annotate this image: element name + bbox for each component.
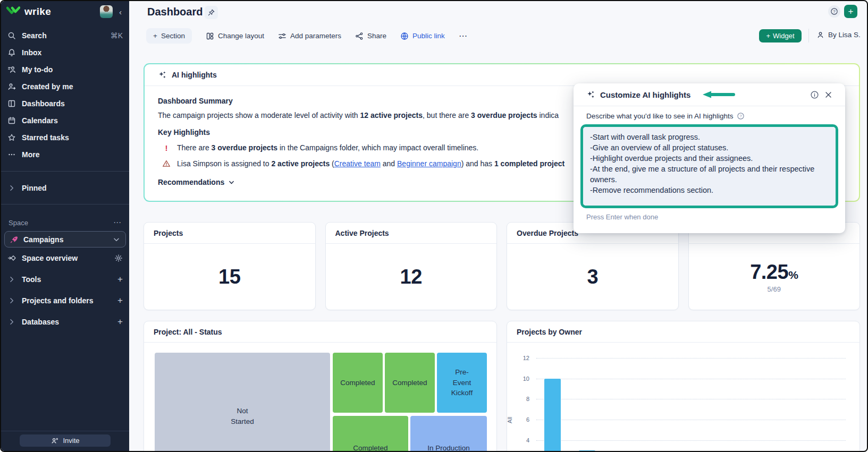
public-link-button[interactable]: Public link: [400, 32, 445, 40]
sidebar-item-starred-tasks[interactable]: Starred tasks: [1, 129, 129, 146]
recommendations-label: Recommendations: [158, 178, 224, 186]
invite-button[interactable]: Invite: [20, 434, 111, 447]
sidebar-item-campaigns[interactable]: Campaigns: [4, 231, 126, 248]
kpi-card-percentage[interactable]: 7.25% 5/69: [688, 222, 861, 310]
annotation-highlight-box: -Start with overall task progress. -Give…: [580, 124, 838, 208]
treemap-box-not-started[interactable]: Not Started: [155, 353, 330, 452]
y-axis-label: All: [507, 417, 513, 423]
add-icon[interactable]: +: [117, 274, 123, 285]
wrike-logo-icon: [6, 6, 20, 17]
treemap-chart: Not Started Completed Completed Pre-Even…: [155, 353, 486, 452]
kpi-title: Projects: [144, 223, 315, 244]
sidebar-item-more[interactable]: More: [1, 146, 129, 163]
kpi-row: Projects 15 Active Projects 12 Overdue P…: [144, 222, 860, 310]
kpi-card-overdue-projects[interactable]: Overdue Projects 3: [507, 222, 679, 310]
chevron-right-icon: [7, 275, 16, 284]
widget-label: Widget: [773, 32, 794, 40]
global-add-button[interactable]: +: [844, 5, 857, 18]
chevron-down-icon: [112, 235, 121, 244]
share-label: Share: [367, 32, 386, 40]
popup-hint: Press Enter when done: [586, 213, 832, 221]
y-tick: 6: [515, 416, 529, 423]
y-tick: 8: [515, 396, 529, 402]
sidebar-divider: [1, 204, 129, 204]
toolbar-more-button[interactable]: ⋯: [459, 31, 468, 41]
treemap-box-in-production[interactable]: In Production: [410, 416, 487, 452]
annotation-arrow-icon: [702, 90, 736, 99]
info-icon[interactable]: [810, 90, 819, 99]
sidebar-nav: Search ⌘K Inbox My to-do Created by me D…: [1, 27, 129, 163]
gear-icon[interactable]: [114, 254, 123, 262]
gridline: [536, 358, 846, 359]
y-tick: 4: [515, 437, 529, 444]
collapse-sidebar-icon[interactable]: ‹: [117, 7, 124, 16]
gridline: [536, 379, 846, 379]
bar-owner-1[interactable]: [544, 379, 561, 452]
kpi-subvalue: 5/69: [768, 285, 781, 293]
treemap-box-completed[interactable]: Completed: [385, 353, 435, 413]
popup-title: Customize AI highlights: [600, 90, 690, 99]
charts-row: Project: All - Status Not Started Comple…: [144, 321, 860, 452]
ai-prompt-textarea[interactable]: -Start with overall task progress. -Give…: [583, 127, 836, 206]
wrike-logo[interactable]: wrike: [6, 6, 51, 18]
customize-ai-highlights-popup: Customize AI highlights Describe what yo…: [574, 83, 845, 233]
ai-sparkle-icon: [158, 71, 166, 79]
add-icon[interactable]: +: [117, 295, 123, 306]
add-icon[interactable]: +: [117, 317, 123, 327]
close-icon[interactable]: [824, 91, 832, 99]
sidebar-item-projects-and-folders[interactable]: Projects and folders +: [1, 290, 129, 311]
sidebar-divider: [1, 171, 129, 172]
owner-byline[interactable]: By Lisa S.: [816, 31, 861, 39]
kpi-card-projects[interactable]: Projects 15: [144, 222, 316, 310]
share-icon: [355, 32, 364, 40]
more-dots-icon: [7, 150, 16, 159]
space-overview-icon: [7, 254, 16, 262]
sidebar-item-label: Created by me: [22, 82, 73, 91]
add-parameters-button[interactable]: Add parameters: [278, 32, 341, 40]
sidebar-item-label: Tools: [22, 275, 41, 284]
person-plus-icon: [50, 437, 59, 445]
help-button[interactable]: ?: [828, 5, 840, 18]
share-button[interactable]: Share: [355, 32, 386, 40]
sidebar-item-label: Search: [22, 31, 47, 40]
sidebar-item-label: Dashboards: [22, 99, 65, 108]
sidebar-item-my-todo[interactable]: My to-do: [1, 61, 129, 78]
sidebar-item-search[interactable]: Search ⌘K: [1, 27, 129, 44]
ai-sparkle-icon: [586, 90, 595, 99]
treemap-box-pre-event-kickoff[interactable]: Pre-Event Kickoff: [437, 353, 487, 413]
kpi-value: 3: [587, 266, 598, 288]
sidebar-item-databases[interactable]: Databases +: [1, 311, 129, 332]
svg-text:?: ?: [740, 114, 742, 118]
kpi-title: Active Projects: [326, 223, 497, 244]
add-parameters-label: Add parameters: [290, 32, 341, 40]
star-icon: [7, 133, 16, 142]
kpi-value: 7.25%: [750, 261, 798, 284]
search-icon: [7, 31, 16, 40]
beginner-campaign-link[interactable]: Beginner campaign: [397, 159, 461, 168]
treemap-box-completed[interactable]: Completed: [333, 353, 383, 413]
creative-team-link[interactable]: Creative team: [334, 159, 381, 168]
sidebar-item-calendars[interactable]: Calendars: [1, 112, 129, 129]
svg-text:?: ?: [833, 9, 836, 14]
treemap-box-completed[interactable]: Completed: [333, 416, 408, 452]
sidebar-item-tools[interactable]: Tools +: [1, 269, 129, 290]
add-widget-button[interactable]: + Widget: [759, 29, 802, 42]
sidebar-divider: [1, 431, 129, 431]
kpi-card-active-projects[interactable]: Active Projects 12: [325, 222, 498, 310]
question-icon[interactable]: ?: [737, 112, 745, 120]
sidebar-section-pinned[interactable]: Pinned: [1, 180, 129, 196]
y-tick: 10: [515, 376, 529, 382]
pin-dashboard-button[interactable]: [205, 6, 218, 19]
sidebar-item-space-overview[interactable]: Space overview: [1, 248, 129, 269]
sidebar-item-created-by-me[interactable]: Created by me: [1, 78, 129, 95]
change-layout-button[interactable]: Change layout: [206, 32, 264, 40]
sidebar-item-dashboards[interactable]: Dashboards: [1, 95, 129, 112]
question-icon: ?: [830, 7, 838, 15]
sidebar-item-inbox[interactable]: Inbox: [1, 44, 129, 61]
space-menu-icon[interactable]: ⋯: [113, 218, 122, 227]
add-section-button[interactable]: + Section: [146, 28, 192, 44]
user-avatar[interactable]: [100, 5, 113, 18]
rocket-icon: [10, 235, 18, 244]
person-arrow-icon: [7, 82, 16, 91]
treemap-title: Project: All - Status: [144, 321, 496, 343]
